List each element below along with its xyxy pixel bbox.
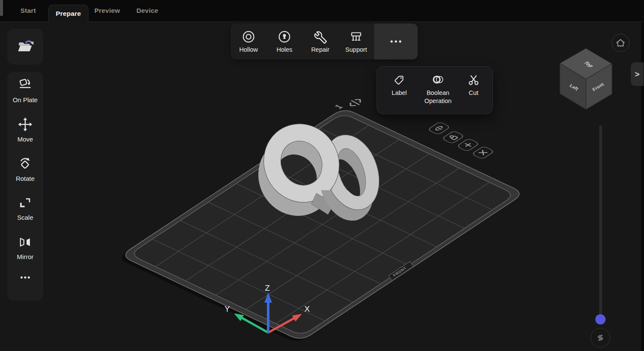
tab-start[interactable]: Start: [16, 0, 40, 21]
plate-delete-button[interactable]: [471, 146, 494, 159]
toolbar-holes-label: Holes: [276, 46, 292, 53]
support-icon: [348, 30, 364, 44]
axis-y-label: Y: [225, 304, 230, 313]
menu-boolean-operation-text: Boolean Operation: [416, 89, 461, 105]
orbit-view-button[interactable]: [591, 328, 610, 348]
toolbar-support-label: Support: [345, 46, 367, 53]
plate-add-button[interactable]: [457, 138, 479, 151]
toolbar-more-button[interactable]: [374, 24, 418, 59]
axis-z-label: Z: [265, 283, 270, 292]
tab-preview[interactable]: Preview: [91, 0, 123, 21]
toolbar-repair[interactable]: Repair: [302, 24, 338, 59]
tool-scale-label: Scale: [9, 213, 41, 222]
scene-svg: FRONT 1: [0, 21, 644, 351]
tab-prepare-label: Prepare: [56, 10, 81, 18]
tab-start-label: Start: [20, 7, 36, 15]
tool-on-plate[interactable]: On Plate: [9, 77, 41, 105]
tab-device-label: Device: [136, 7, 158, 15]
nav-cube[interactable]: Top Left Front: [560, 48, 612, 109]
move-icon: [17, 116, 33, 133]
import-file-button[interactable]: [7, 29, 43, 65]
toolbar-hollow-label: Hollow: [239, 46, 258, 53]
tool-more[interactable]: [17, 273, 33, 282]
toolbar-hollow[interactable]: Hollow: [231, 24, 266, 59]
tool-on-plate-label: On Plate: [9, 95, 41, 105]
plate-number: 1: [333, 103, 345, 110]
home-view-button[interactable]: [612, 34, 629, 52]
tab-preview-label: Preview: [94, 7, 120, 15]
plate-settings-button[interactable]: [427, 121, 450, 135]
tool-mirror[interactable]: Mirror: [9, 234, 41, 262]
more-ellipsis-icon: [17, 273, 33, 282]
tab-prepare[interactable]: Prepare: [48, 5, 88, 22]
viewport-3d[interactable]: FRONT 1: [0, 21, 644, 351]
tag-icon: [392, 73, 407, 87]
clipping-slider-handle[interactable]: [595, 314, 606, 324]
slicer-app: { "tabs": { "items": [ {"label": "Start"…: [0, 0, 644, 351]
tool-scale[interactable]: Scale: [9, 195, 41, 222]
menu-cut[interactable]: Cut: [461, 73, 487, 114]
tab-device[interactable]: Device: [132, 0, 162, 21]
toolbar-overflow-menu: Label Boolean Operation Cut: [377, 66, 493, 114]
expand-panel-tab[interactable]: >: [631, 62, 644, 86]
sidebar-tools: On Plate Move Rotate Scale Mirror: [7, 72, 43, 301]
toolbar-repair-label: Repair: [311, 46, 330, 53]
menu-boolean-operation[interactable]: Boolean Operation: [416, 73, 461, 114]
mirror-icon: [17, 234, 33, 250]
scale-icon: [17, 195, 33, 211]
toolbar-holes[interactable]: Holes: [266, 24, 302, 59]
orbit-rotate-icon: [594, 332, 606, 344]
repair-wrench-icon: [313, 30, 328, 44]
more-ellipsis-icon: [386, 38, 405, 45]
home-icon: [615, 38, 626, 47]
scissors-icon: [466, 73, 481, 87]
top-tab-bar: Start Prepare Preview Device: [0, 0, 644, 22]
menu-cut-text: Cut: [468, 89, 478, 97]
rotate-icon: [17, 156, 33, 172]
toolbar-support[interactable]: Support: [338, 24, 374, 59]
expand-chevron: >: [635, 70, 639, 79]
tool-move[interactable]: Move: [9, 116, 41, 144]
axis-x-label: X: [304, 304, 310, 313]
model-toolbar: Hollow Holes Repair Support: [231, 24, 418, 59]
left-edge-strip: [0, 0, 3, 16]
tool-mirror-label: Mirror: [9, 252, 41, 262]
clipping-slider-track[interactable]: [599, 125, 602, 315]
right-edge-strip: [641, 0, 644, 351]
menu-label[interactable]: Label: [383, 73, 416, 114]
place-on-plate-icon: [17, 77, 33, 93]
plate-lock-button[interactable]: [442, 130, 464, 144]
tool-move-label: Move: [9, 135, 41, 144]
tool-rotate[interactable]: Rotate: [9, 156, 41, 183]
plate-settings-icon[interactable]: [347, 97, 364, 108]
tool-rotate-label: Rotate: [9, 174, 41, 183]
hollow-icon: [241, 30, 256, 44]
menu-label-text: Label: [392, 89, 407, 97]
boolean-circles-icon: [431, 73, 445, 87]
open-file-icon: [15, 38, 35, 56]
holes-icon: [277, 30, 292, 44]
